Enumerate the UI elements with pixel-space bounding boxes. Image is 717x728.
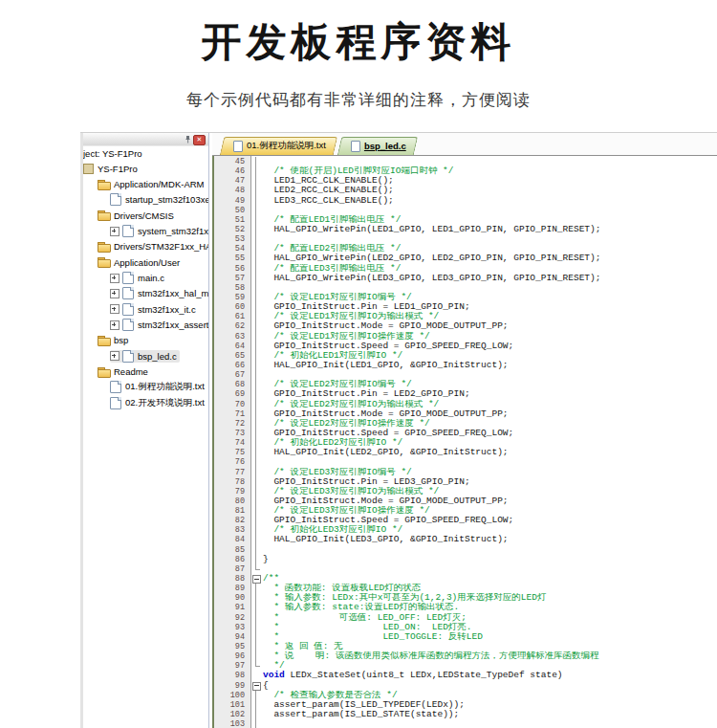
- code-line-91: 91 * 输入参数: state:设置LED灯的输出状态.: [214, 603, 717, 612]
- code-text: GPIO_InitStruct.Mode = GPIO_MODE_OUTPUT_…: [263, 321, 717, 331]
- line-number: 102: [214, 710, 250, 719]
- code-text: }: [263, 555, 717, 564]
- tree-item-Application-User[interactable]: Application/User: [83, 254, 208, 270]
- code-line-94: 94 * LED_TOGGLE: 反转LED: [214, 632, 717, 642]
- tree-item-label: Readme: [111, 366, 151, 377]
- code-line-67: 67: [214, 370, 717, 380]
- close-icon[interactable]: ✕: [193, 135, 206, 145]
- line-number: 71: [214, 409, 250, 419]
- code-text: GPIO_InitStruct.Pin = LED2_GPIO_PIN;: [263, 389, 717, 399]
- fold-collapse-icon[interactable]: [250, 574, 263, 584]
- code-line-49: 49 LED3_RCC_CLK_ENABLE();: [214, 196, 717, 206]
- code-text: GPIO_InitStruct.Speed = GPIO_SPEED_FREQ_…: [263, 342, 717, 351]
- tree-item-Readme[interactable]: Readme: [83, 364, 208, 379]
- tree-item-YS-F1Pro[interactable]: YS-F1Pro: [83, 161, 208, 176]
- tree-item-label: stm32f1xx_assert.c: [135, 320, 208, 330]
- expand-plus-icon[interactable]: [110, 289, 120, 298]
- tree-item-stm32f1xx_assert.c[interactable]: stm32f1xx_assert.c: [83, 317, 208, 332]
- line-number: 51: [214, 215, 250, 225]
- tree-item-main.c[interactable]: main.c: [83, 270, 208, 285]
- code-line-93: 93 * LED_ON: LED灯亮.: [214, 623, 717, 632]
- tree-item-stm32f1xx_hal_msp.c[interactable]: stm32f1xx_hal_msp.c: [83, 286, 208, 301]
- code-line-90: 90 * 输入参数: LEDx:其中x可甚至为(1,2,3)用来选择对应的LED…: [214, 593, 717, 603]
- code-text: GPIO_InitStruct.Pin = LED3_GPIO_PIN;: [263, 477, 717, 487]
- line-number: 66: [214, 361, 250, 370]
- code-text: /* 初始化LED2对应引脚IO */: [263, 438, 717, 448]
- tree-item-bsp[interactable]: bsp: [83, 333, 208, 348]
- fold-collapse-icon[interactable]: [250, 681, 263, 691]
- tree-item-02.-.txt[interactable]: 02.开发环境说明.txt: [83, 395, 208, 410]
- tree-item-label: 02.开发环境说明.txt: [122, 397, 207, 409]
- fold-margin: [250, 293, 263, 302]
- ide-screenshot: ✕ ject: YS-F1Pro YS-F1ProApplication/MDK…: [80, 132, 717, 728]
- fold-margin: [250, 389, 263, 399]
- fold-margin: [250, 225, 263, 234]
- fold-margin: [250, 525, 263, 535]
- code-line-101: 101 assert_param(IS_LED_TYPEDEF(LEDx));: [214, 700, 717, 710]
- line-number: 81: [214, 506, 250, 516]
- code-line-92: 92 * 可选值: LED_OFF: LED灯灭;: [214, 613, 717, 623]
- fold-margin: [250, 196, 263, 206]
- code-text: LED3_RCC_CLK_ENABLE();: [263, 196, 717, 206]
- file-icon: [122, 319, 134, 331]
- fold-margin: [250, 380, 263, 389]
- line-number: 103: [214, 719, 250, 728]
- tree-row: Application/User: [98, 257, 183, 268]
- fold-margin: [250, 157, 263, 166]
- fold-margin: [250, 351, 263, 361]
- line-number: 49: [214, 196, 250, 206]
- line-number: 63: [214, 332, 250, 342]
- code-text: [263, 545, 717, 555]
- code-line-68: 68 /* 设定LED2对应引脚IO编号 */: [214, 380, 717, 389]
- tree-item-stm32f1xx_it.c[interactable]: stm32f1xx_it.c: [83, 301, 208, 317]
- fold-margin: [250, 283, 263, 293]
- line-number: 90: [214, 593, 250, 603]
- tree-item-startup_stm32f103xe.s[interactable]: startup_stm32f103xe.s: [83, 192, 208, 208]
- line-number: 48: [214, 186, 250, 195]
- tree-item-bsp_led.c[interactable]: bsp_led.c: [83, 348, 208, 364]
- code-line-69: 69 GPIO_InitStruct.Pin = LED2_GPIO_PIN;: [214, 389, 717, 399]
- expand-plus-icon[interactable]: [110, 304, 120, 314]
- fold-margin: [250, 506, 263, 516]
- pin-icon[interactable]: [184, 135, 192, 143]
- fold-margin: [250, 448, 263, 457]
- line-number: 79: [214, 487, 250, 496]
- fold-margin: [250, 584, 263, 593]
- line-number: 69: [214, 389, 250, 399]
- code-line-64: 64 GPIO_InitStruct.Speed = GPIO_SPEED_FR…: [214, 342, 717, 351]
- fold-margin: [250, 429, 263, 438]
- expand-plus-icon[interactable]: [110, 274, 120, 283]
- line-number: 96: [214, 651, 250, 661]
- line-number: 65: [214, 351, 250, 361]
- tree-item-system_stm32f1xx.c[interactable]: system_stm32f1xx.c: [83, 223, 208, 238]
- line-number: 94: [214, 632, 250, 642]
- fold-margin: [250, 274, 263, 283]
- code-line-98: 98void LEDx_StateSet(uint8_t LEDx,LEDSta…: [214, 671, 717, 680]
- tree-item-Drivers-CMSIS[interactable]: Drivers/CMSIS: [83, 208, 208, 223]
- line-number: 75: [214, 448, 250, 457]
- fold-margin: [250, 206, 263, 215]
- editor-tab-2[interactable]: bsp_led.c: [339, 137, 416, 155]
- tree-item-Drivers-STM32F1xx_HAL_Driver[interactable]: Drivers/STM32F1xx_HAL_Driver: [83, 239, 208, 254]
- expand-plus-icon[interactable]: [110, 320, 120, 330]
- editor-tab-1[interactable]: 01.例程功能说明.txt: [222, 137, 336, 155]
- fold-margin: [250, 419, 263, 429]
- line-number: 83: [214, 525, 250, 535]
- code-line-66: 66 HAL_GPIO_Init(LED1_GPIO, &GPIO_InitSt…: [214, 361, 717, 370]
- code-text: LED1_RCC_CLK_ENABLE();: [263, 176, 717, 186]
- code-text: [263, 283, 717, 293]
- tree-item-01.-.txt[interactable]: 01.例程功能说明.txt: [83, 380, 208, 395]
- fold-margin: [250, 545, 263, 555]
- fold-margin: [250, 516, 263, 525]
- code-line-59: 59 /* 设定LED1对应引脚IO编号 */: [214, 293, 717, 302]
- code-line-48: 48 LED2_RCC_CLK_ENABLE();: [214, 186, 717, 195]
- tree-row: Drivers/STM32F1xx_HAL_Driver: [98, 241, 208, 252]
- code-line-84: 84 HAL_GPIO_Init(LED3_GPIO, &GPIO_InitSt…: [214, 535, 717, 544]
- tree-item-Application-MDK-ARM[interactable]: Application/MDK-ARM: [83, 176, 208, 191]
- tree-item-label: main.c: [135, 273, 167, 283]
- expand-plus-icon[interactable]: [110, 227, 120, 236]
- code-text: GPIO_InitStruct.Speed = GPIO_SPEED_FREQ_…: [263, 516, 717, 525]
- expand-plus-icon[interactable]: [110, 351, 120, 361]
- code-editor[interactable]: 4546 /* 使能(开启)LED引脚对应IO端口时钟 */47 LED1_RC…: [212, 156, 717, 728]
- line-number: 98: [214, 671, 250, 680]
